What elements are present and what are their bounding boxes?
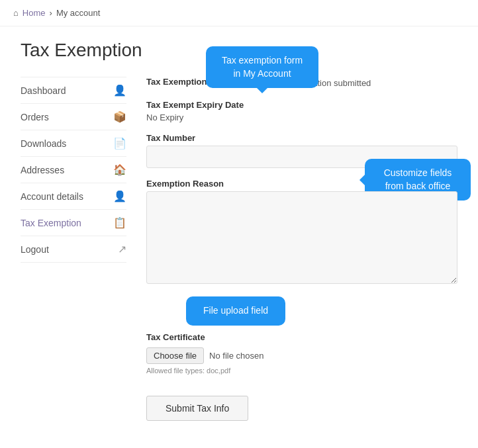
tooltip-tax-form: Tax exemption form in My Account	[206, 46, 318, 88]
downloads-icon: 📄	[113, 137, 126, 150]
sidebar: Dashboard 👤 Orders 📦 Downloads 📄 Address…	[21, 77, 126, 421]
expiry-field-row: Tax Exempt Expiry Date No Expiry	[146, 100, 457, 122]
expiry-value: No Expiry	[146, 112, 457, 122]
choose-file-button[interactable]: Choose file	[146, 347, 204, 364]
content-layout: Dashboard 👤 Orders 📦 Downloads 📄 Address…	[21, 77, 457, 421]
certificate-label: Tax Certificate	[146, 332, 457, 342]
sidebar-item-addresses[interactable]: Addresses 🏠	[21, 157, 126, 183]
tooltip-file-upload: File upload field	[186, 296, 285, 326]
sidebar-item-logout[interactable]: Logout ↗	[21, 236, 126, 263]
exemption-reason-label: Exemption Reason	[146, 179, 457, 189]
tax-number-label: Tax Number	[146, 133, 457, 143]
breadcrumb-separator: ›	[50, 8, 52, 18]
breadcrumb-current: My account	[56, 8, 100, 18]
home-icon: ⌂	[13, 8, 19, 18]
breadcrumb: ⌂ Home › My account	[0, 0, 478, 26]
page-wrapper: Tax exemption form in My Account Customi…	[1, 26, 477, 434]
submit-tax-info-button[interactable]: Submit Tax Info	[146, 396, 248, 421]
account-icon: 👤	[113, 190, 126, 202]
no-file-text: No file chosen	[209, 351, 263, 361]
sidebar-item-orders[interactable]: Orders 📦	[21, 104, 126, 130]
exemption-reason-textarea[interactable]	[146, 191, 457, 284]
orders-icon: 📦	[113, 111, 126, 123]
file-upload-row: Choose file No file chosen	[146, 347, 457, 364]
sidebar-item-account-details[interactable]: Account details 👤	[21, 183, 126, 210]
tax-exemption-icon: 📋	[113, 216, 126, 229]
addresses-icon: 🏠	[113, 163, 126, 176]
main-content: Tax Exemption Status No information subm…	[146, 77, 457, 421]
sidebar-item-downloads[interactable]: Downloads 📄	[21, 130, 126, 157]
sidebar-item-dashboard[interactable]: Dashboard 👤	[21, 77, 126, 104]
dashboard-icon: 👤	[113, 84, 126, 97]
allowed-types: Allowed file types: doc,pdf	[146, 367, 457, 375]
sidebar-item-tax-exemption[interactable]: Tax Exemption 📋	[21, 210, 126, 236]
breadcrumb-home-link[interactable]: Home	[23, 8, 46, 18]
certificate-field-row: Tax Certificate Choose file No file chos…	[146, 332, 457, 375]
expiry-label: Tax Exempt Expiry Date	[146, 100, 457, 110]
exemption-reason-field-row: Exemption Reason File upload field	[146, 179, 457, 286]
logout-icon: ↗	[118, 243, 126, 255]
